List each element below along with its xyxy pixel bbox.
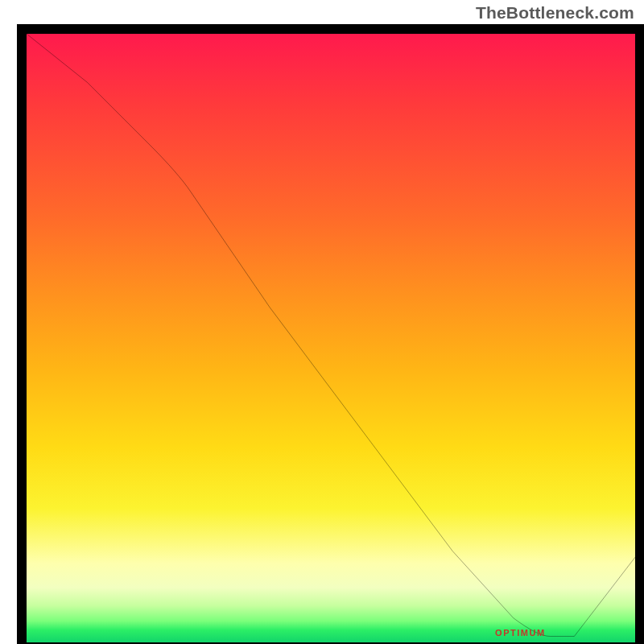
attribution-label: TheBottleneck.com [476,3,634,23]
curve-layer [27,34,635,642]
chart-container: TheBottleneck.com OPTIMUM [0,0,644,644]
bottleneck-curve [27,34,635,636]
plot-area: OPTIMUM [17,24,644,644]
optimum-marker: OPTIMUM [495,628,545,638]
